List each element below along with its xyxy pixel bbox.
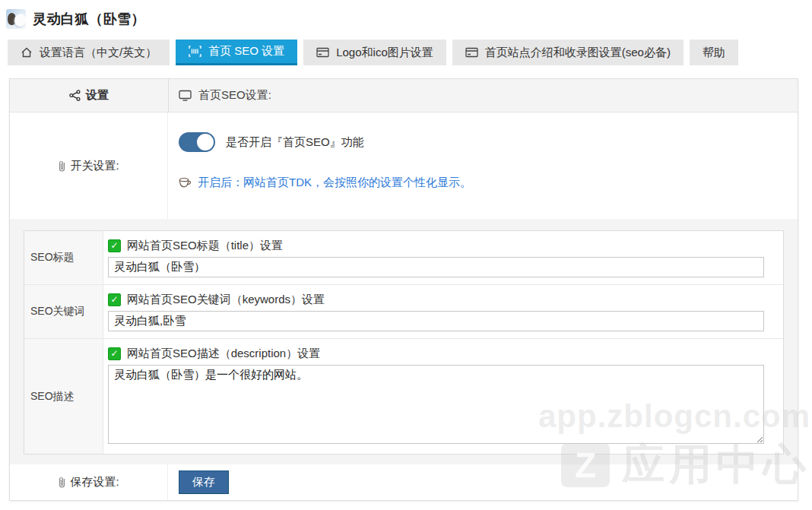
seo-description-field-label: 网站首页SEO描述（description）设置 (127, 347, 320, 361)
app-header: 灵动白狐（卧雪） (0, 0, 812, 30)
seo-keywords-row: SEO关键词 ✓ 网站首页SEO关键词（keywords）设置 (24, 285, 783, 339)
tab-label: 首页站点介绍和收录图设置(seo必备) (485, 46, 671, 60)
monitor-icon (179, 90, 192, 101)
seo-title-field-label: 网站首页SEO标题（title）设置 (127, 239, 283, 253)
paperclip-icon (58, 476, 66, 489)
seo-keywords-row-content: ✓ 网站首页SEO关键词（keywords）设置 (103, 285, 783, 338)
switch-row-content: 是否开启『首页SEO』功能 开启后：网站首页TDK，会按照你的设置个性化显示。 (168, 112, 798, 219)
toggle-label: 是否开启『首页SEO』功能 (226, 135, 364, 150)
switch-row-label-cell: 开关设置: (10, 112, 168, 219)
barcode-icon (189, 46, 201, 57)
toggle-knob (195, 132, 215, 152)
site-avatar (6, 9, 26, 29)
seo-title-row-content: ✓ 网站首页SEO标题（title）设置 (103, 231, 783, 284)
seo-title-row-label: SEO标题 (24, 231, 103, 284)
save-row-content: 保存 (168, 464, 798, 500)
coffee-icon (179, 177, 192, 188)
seo-description-row-content: ✓ 网站首页SEO描述（description）设置 灵动白狐（卧雪）是一个很好… (103, 339, 783, 454)
panel-header-settings-cell: 设置 (10, 79, 169, 112)
tab-language-settings[interactable]: 设置语言（中文/英文） (8, 40, 170, 65)
avatar-fox-shape (14, 14, 26, 27)
home-icon (21, 46, 33, 59)
seo-description-checkbox[interactable]: ✓ (108, 347, 121, 360)
seo-title-checkbox[interactable]: ✓ (108, 239, 121, 252)
homepage-seo-toggle[interactable] (179, 132, 214, 152)
seo-keywords-input[interactable] (108, 311, 764, 331)
toggle-tip-text: 开启后：网站首页TDK，会按照你的设置个性化显示。 (198, 176, 471, 190)
seo-description-row: SEO描述 ✓ 网站首页SEO描述（description）设置 灵动白狐（卧雪… (24, 339, 783, 454)
switch-settings-row: 开关设置: 是否开启『首页SEO』功能 开启后：网站首页TDK，会按照你的设置个… (10, 112, 798, 219)
save-settings-row: 保存设置: 保存 (10, 464, 798, 500)
seo-keywords-field-label: 网站首页SEO关键词（keywords）设置 (127, 293, 325, 307)
share-icon (69, 90, 81, 101)
tab-bar: 设置语言（中文/英文） 首页 SEO 设置 Logo和ico图片设置 首页站点介… (8, 40, 812, 65)
tab-site-intro-settings[interactable]: 首页站点介绍和收录图设置(seo必备) (452, 40, 684, 65)
save-button[interactable]: 保存 (179, 470, 229, 494)
tab-homepage-seo[interactable]: 首页 SEO 设置 (176, 40, 297, 65)
seo-keywords-checkbox[interactable]: ✓ (108, 293, 121, 306)
paperclip-icon (58, 160, 66, 173)
card-icon (316, 47, 329, 58)
settings-panel: 设置 首页SEO设置: 开关设置: (9, 78, 798, 501)
page-title: 灵动白狐（卧雪） (33, 10, 145, 28)
tab-help[interactable]: 帮助 (690, 40, 738, 65)
tab-label: 首页 SEO 设置 (208, 44, 284, 59)
tab-logo-ico-settings[interactable]: Logo和ico图片设置 (303, 40, 446, 65)
save-row-label: 保存设置: (70, 475, 119, 489)
seo-description-textarea[interactable]: 灵动白狐（卧雪）是一个很好的网站。 (108, 365, 764, 444)
seo-fields-table: SEO标题 ✓ 网站首页SEO标题（title）设置 SEO关键词 ✓ 网站首页… (24, 230, 784, 455)
panel-settings-title: 设置 (86, 88, 109, 103)
panel-header: 设置 首页SEO设置: (10, 79, 798, 112)
switch-row-label: 开关设置: (70, 159, 119, 173)
seo-description-row-label: SEO描述 (24, 339, 103, 454)
tab-label: 设置语言（中文/英文） (40, 46, 157, 60)
seo-title-input[interactable] (108, 257, 764, 277)
seo-title-row: SEO标题 ✓ 网站首页SEO标题（title）设置 (24, 231, 783, 285)
panel-section-title: 首页SEO设置: (198, 88, 271, 103)
save-row-label-cell: 保存设置: (10, 464, 168, 500)
tab-label: Logo和ico图片设置 (336, 46, 433, 60)
tab-label: 帮助 (703, 46, 725, 60)
card-icon (465, 47, 478, 58)
seo-keywords-row-label: SEO关键词 (24, 285, 103, 338)
panel-header-section-cell: 首页SEO设置: (169, 79, 798, 112)
